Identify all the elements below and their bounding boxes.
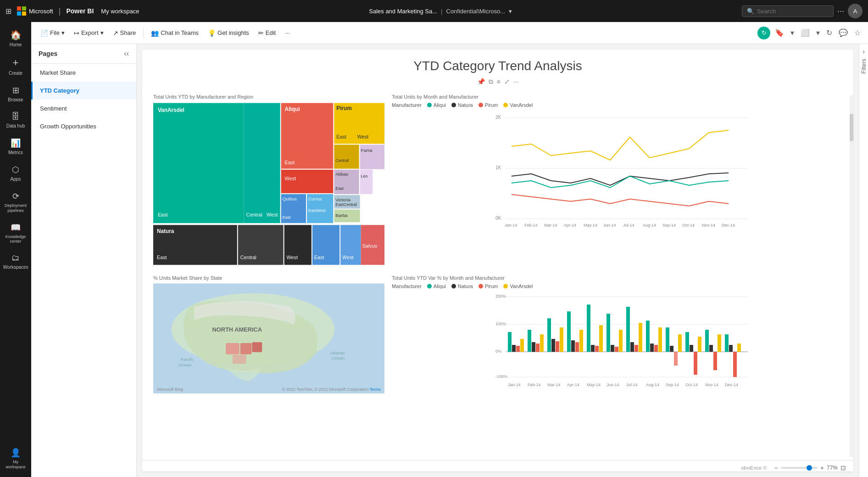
svg-text:East: East [158,212,168,217]
page-ytd-category[interactable]: YTD Category [31,82,136,100]
copy-icon[interactable]: ⧉ [489,78,493,86]
search-box[interactable]: 🔍 [742,6,834,17]
treemap-cell-vanarsdel[interactable] [153,103,244,223]
svg-rect-91 [619,330,623,352]
svg-text:VanArsdel: VanArsdel [158,107,184,113]
export-icon: ↦ [74,29,79,37]
share-button[interactable]: ↗ Share [109,28,140,39]
svg-text:Sep-14: Sep-14 [662,223,676,227]
search-input[interactable] [757,8,826,15]
bar-chart-svg: 200% 100% 0% -100% [392,291,842,392]
treemap-cell-aliqui-west[interactable] [281,170,334,193]
browse-icon: ⊞ [12,85,19,95]
bar-vanarsdel-dot [503,284,508,288]
export-chevron: ▾ [100,29,104,36]
datahub-label: Data hub [6,123,25,129]
favorite-button[interactable]: ☆ [852,27,862,39]
sidebar-item-deployment[interactable]: ⟳ Deploymentpipelines [2,188,29,217]
svg-rect-113 [729,345,733,352]
svg-text:Jul-14: Jul-14 [626,383,638,387]
comment-button[interactable]: 💬 [837,27,850,39]
treemap-cell-vanarsdel-central[interactable] [244,103,280,223]
more-button[interactable]: ··· [281,28,294,38]
sidebar-item-apps[interactable]: ⬡ Apps [2,161,29,186]
svg-rect-104 [685,332,689,352]
expand-icon[interactable]: ⤢ [504,78,510,86]
topbar: ⊞ Microsoft | Power BI My workspace Sale… [0,0,868,22]
map-display[interactable]: NORTH AMERICA Pacific Ocean Atlantic Oce… [153,283,384,394]
create-label: Create [9,71,22,76]
metrics-icon: 📊 [11,138,21,148]
zoom-out-button[interactable]: − [774,464,778,471]
content-area: 📄 File ▾ ↦ Export ▾ ↗ Share 👥 Chat in Te… [31,22,868,477]
bookmark-chevron[interactable]: ▾ [789,27,796,39]
sidebar-item-browse[interactable]: ⊞ Browse [2,82,29,106]
svg-text:Abbas: Abbas [335,172,348,177]
get-insights-button[interactable]: 💡 Get insights [204,28,253,39]
copyright-label: obviEnce © [741,465,767,471]
svg-text:Nov-14: Nov-14 [702,223,715,227]
chat-teams-button[interactable]: 👥 Chat in Teams [147,28,202,39]
grid-icon: ⊞ [6,7,11,16]
svg-text:Aug-14: Aug-14 [643,223,656,227]
report-canvas: YTD Category Trend Analysis 📌 ⧉ ≡ ⤢ ··· … [137,44,859,477]
line-chart-container: Total Units by Month and Manufacturer Ma… [388,90,846,272]
scroll-track[interactable] [850,95,853,457]
knowledge-icon: 📖 [11,222,21,233]
sidebar-item-knowledge[interactable]: 📖 Knowledgecenter [2,219,29,248]
sidebar-item-workspaces[interactable]: 🗂 Workspaces [2,250,29,274]
treemap-svg: VanArsdel East Central West Aliqui East [153,102,384,224]
filter-panel: › Filters [859,44,868,477]
svg-text:May-14: May-14 [587,383,601,387]
svg-rect-109 [709,345,713,352]
view-button[interactable]: ⬜ [799,27,812,39]
svg-text:East: East [335,186,344,191]
sensitivity-chevron[interactable]: ▾ [509,8,512,15]
left-nav: 🏠 Home + Create ⊞ Browse 🗄 Data hub 📊 Me… [0,22,31,477]
file-button[interactable]: 📄 File ▾ [37,28,68,39]
svg-rect-75 [540,334,544,352]
pages-collapse-button[interactable]: ‹‹ [124,50,129,58]
aliqui-label: Aliqui [434,102,446,108]
toolbar-right: ↻ 🔖 ▾ ⬜ ▾ ↻ 💬 ☆ [757,27,862,39]
reload-button[interactable]: ↻ [824,27,834,39]
topbar-more-button[interactable]: ··· [837,6,844,16]
sidebar-item-metrics[interactable]: 📊 Metrics [2,134,29,159]
page-growth[interactable]: Growth Opportunities [31,117,136,135]
edit-button[interactable]: ✏ Edit [255,28,279,39]
teams-icon: 👥 [151,29,159,37]
export-label: Export [81,29,99,36]
treemap-cell-aliqui[interactable] [281,103,334,169]
treemap-cell-pirum-central[interactable] [334,144,359,168]
pin-icon[interactable]: 📌 [477,78,485,86]
svg-rect-73 [532,342,535,352]
zoom-slider[interactable] [781,467,818,469]
sidebar-item-create[interactable]: + Create [2,53,29,80]
topbar-right: 🔍 ··· A [742,4,862,18]
refresh-button[interactable]: ↻ [757,27,770,39]
filter-icon[interactable]: ≡ [497,78,501,86]
sidebar-item-home[interactable]: 🏠 Home [2,26,29,51]
ellipsis-icon[interactable]: ··· [513,78,519,86]
bar-chart-legend: Manufacturer Aliqui Natura [392,283,842,289]
bookmark-button[interactable]: 🔖 [773,27,786,39]
svg-rect-93 [630,342,634,352]
natura-label: Natura [458,102,473,108]
scroll-thumb[interactable] [850,114,853,141]
svg-text:Currus: Currus [308,196,322,201]
user-avatar[interactable]: A [848,4,862,18]
svg-text:Dec-14: Dec-14 [722,223,735,227]
sidebar-item-myworkspace[interactable]: 👤 Myworkspace [2,444,29,473]
page-market-share[interactable]: Market Share [31,64,136,82]
sidebar-item-datahub[interactable]: 🗄 Data hub [2,108,29,133]
view-chevron[interactable]: ▾ [814,27,822,39]
filter-chevron[interactable]: › [862,48,865,55]
svg-rect-88 [606,314,610,352]
zoom-in-button[interactable]: + [820,464,824,471]
svg-rect-53 [252,342,262,352]
export-button[interactable]: ↦ Export ▾ [70,28,107,39]
page-sentiment[interactable]: Sentiment [31,100,136,117]
terms-link[interactable]: Terms [370,387,381,392]
fit-page-button[interactable]: ⊡ [840,464,846,471]
share-icon: ↗ [113,29,118,37]
